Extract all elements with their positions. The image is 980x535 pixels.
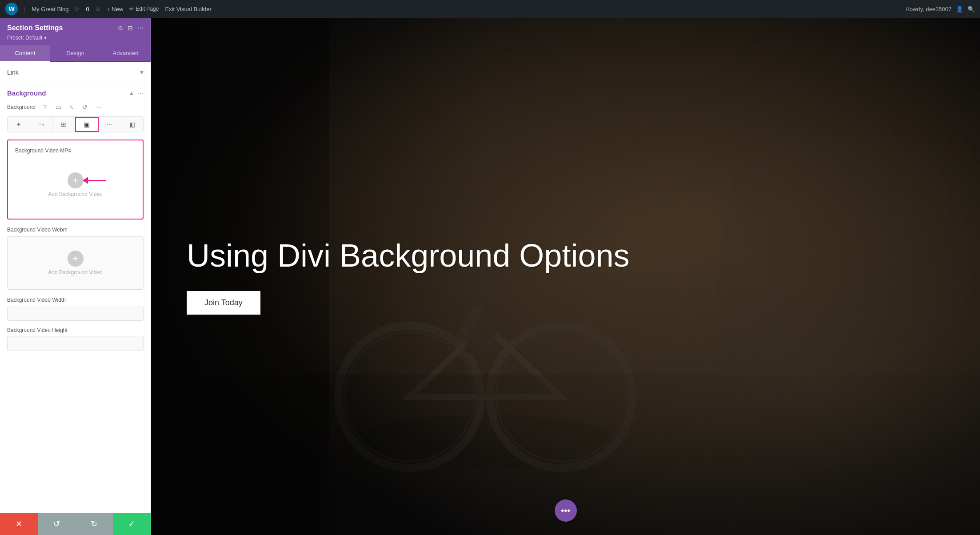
comment-count: 0: [86, 6, 89, 12]
new-link[interactable]: + New: [107, 6, 124, 12]
link-chevron-icon[interactable]: ▾: [140, 68, 144, 76]
site-name-link[interactable]: My Great Blog: [32, 6, 68, 12]
bg-type-mask[interactable]: ◧: [121, 117, 144, 132]
webm-add-icon: +: [68, 251, 84, 267]
wp-admin-bar: W | My Great Blog ⟳ 0 ✉ + New ✏ Edit Pag…: [0, 0, 980, 18]
arrow-indicator: [83, 177, 106, 184]
webm-upload-zone[interactable]: + Add Background Video: [7, 236, 144, 290]
reset-icon[interactable]: ↺: [80, 102, 90, 112]
background-row: Background ? ▭ ↖ ↺ ⋯: [7, 102, 144, 112]
height-label: Background Video Height: [7, 327, 144, 333]
webm-upload-text: Add Background Video: [48, 269, 103, 275]
site-name: My Great Blog: [32, 6, 68, 12]
mp4-upload-zone[interactable]: + Add Background Video: [15, 158, 136, 212]
panel-header-icons: ⊙ ⊟ ⋯: [118, 24, 144, 32]
height-input[interactable]: [7, 336, 144, 351]
panel-body: Link ▾ Background ▲ ⋯ Background ?: [0, 62, 151, 513]
user-icon: 👤: [956, 6, 963, 12]
panel-title: Section Settings: [7, 24, 63, 32]
layout-icon[interactable]: ⊟: [128, 24, 133, 32]
join-today-button[interactable]: Join Today: [187, 291, 260, 315]
preview-heading: Using Divi Background Options: [187, 238, 944, 273]
webm-section: Background Video Webm + Add Background V…: [7, 227, 144, 290]
help-icon[interactable]: ?: [40, 102, 50, 112]
user-greeting: Howdy, dee35007: [905, 6, 952, 12]
panel-bottom: ✕ ↺ ↻ ✓: [0, 513, 151, 535]
mp4-label: Background Video MP4: [15, 148, 136, 154]
bg-type-gradient[interactable]: ⊞: [52, 117, 75, 132]
preset-label[interactable]: Preset: Default ▾: [7, 35, 144, 41]
arrow-line: [88, 180, 106, 181]
main-content: Section Settings ⊙ ⊟ ⋯ Preset: Default ▾…: [0, 18, 980, 535]
bg-type-video[interactable]: ▣: [75, 117, 99, 132]
arrow-head: [83, 177, 88, 184]
height-section: Background Video Height: [7, 327, 144, 351]
cancel-button[interactable]: ✕: [0, 513, 38, 535]
wp-logo-icon[interactable]: W: [5, 3, 18, 15]
width-input[interactable]: [7, 306, 144, 321]
panel-header: Section Settings ⊙ ⊟ ⋯ Preset: Default ▾: [0, 18, 151, 45]
link-label: Link: [7, 69, 19, 76]
bg-type-pattern[interactable]: ⋯: [99, 117, 121, 132]
width-label: Background Video Width: [7, 297, 144, 303]
mp4-upload-area: Background Video MP4 + Add Background Vi…: [7, 140, 144, 220]
background-type-tabs: ✦ ▭ ⊞ ▣ ⋯ ◧: [7, 116, 144, 132]
exit-builder-link[interactable]: Exit Visual Builder: [165, 6, 212, 12]
panel-tabs: Content Design Advanced: [0, 45, 151, 62]
tab-advanced[interactable]: Advanced: [100, 45, 151, 62]
background-title: Background: [7, 89, 46, 97]
bg-type-color[interactable]: ▭: [30, 117, 53, 132]
edit-page-link[interactable]: ✏ Edit Page: [129, 6, 159, 12]
cursor-icon[interactable]: ↖: [67, 102, 76, 112]
search-icon[interactable]: 🔍: [968, 6, 975, 12]
bg-type-none[interactable]: ✦: [8, 117, 30, 132]
redo-button[interactable]: ↻: [76, 513, 113, 535]
mp4-upload-text: Add Background Video: [48, 191, 103, 197]
more-options-icon[interactable]: ⋯: [93, 102, 103, 112]
link-section: Link ▾: [0, 62, 151, 83]
background-section: Background ▲ ⋯ Background ? ▭ ↖ ↺ ⋯: [0, 83, 151, 363]
collapse-icon[interactable]: ▲: [128, 90, 134, 96]
save-button[interactable]: ✓: [113, 513, 151, 535]
more-icon[interactable]: ⋯: [137, 24, 144, 32]
preview-content: Using Divi Background Options Join Today: [151, 18, 980, 535]
fab-button[interactable]: •••: [555, 499, 577, 522]
background-row-label: Background: [7, 104, 36, 110]
tab-design[interactable]: Design: [50, 45, 100, 62]
mp4-add-icon: +: [68, 172, 84, 188]
width-section: Background Video Width: [7, 297, 144, 321]
undo-button[interactable]: ↺: [38, 513, 76, 535]
settings-icon[interactable]: ⋯: [138, 90, 144, 96]
fab-dots-icon: •••: [561, 506, 570, 516]
tablet-icon[interactable]: ▭: [53, 102, 63, 112]
left-panel: Section Settings ⊙ ⊟ ⋯ Preset: Default ▾…: [0, 18, 151, 535]
tab-content[interactable]: Content: [0, 45, 50, 62]
background-section-header: Background ▲ ⋯: [7, 89, 144, 97]
preset-chevron-icon: ▾: [44, 35, 47, 41]
preview-area: Using Divi Background Options Join Today…: [151, 18, 980, 535]
webm-label: Background Video Webm: [7, 227, 144, 233]
focus-icon[interactable]: ⊙: [118, 24, 123, 32]
